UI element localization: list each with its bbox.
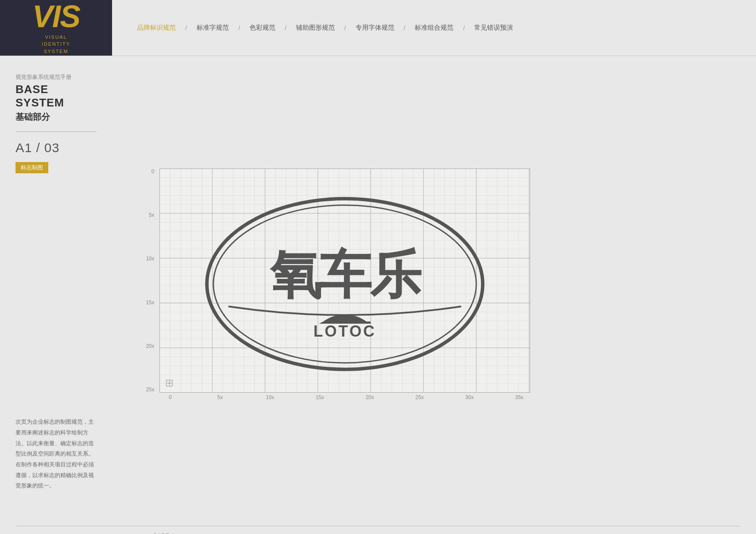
y-label-10: 10x <box>138 256 154 262</box>
main-content: 视觉形象系统规范手册 BASE SYSTEM 基础部分 A1 / 03 标志制图… <box>0 56 756 509</box>
svg-text:氧车乐: 氧车乐 <box>269 246 422 303</box>
main-nav: 品牌标识规范 / 标准字规范 / 色彩规范 / 辅助图形规范 / 专用字体规范 … <box>112 0 756 56</box>
grid-container: 25x 20x 15x 10x 5x 0 <box>138 169 530 400</box>
x-axis-labels: 0 5x 10x 15x 20x 25x 30x 35x <box>159 394 530 400</box>
nav-divider-3: / <box>283 25 288 31</box>
y-axis-labels: 25x 20x 15x 10x 5x 0 <box>138 169 154 393</box>
sidebar: 视觉形象系统规范手册 BASE SYSTEM 基础部分 A1 / 03 标志制图… <box>0 56 112 509</box>
y-label-25: 25x <box>138 387 154 393</box>
nav-divider-4: / <box>343 25 348 31</box>
footer-left: BRAND GUIDELINES 版权所有 © 2016 让您的价值无处不在 <box>16 532 128 534</box>
nav-item-shape[interactable]: 辅助图形规范 <box>288 24 343 32</box>
logo-subtitle: VISUAL IDENTITY SYSTEM <box>42 34 70 55</box>
sidebar-title-cn: 基础部分 <box>16 111 97 123</box>
nav-item-errors[interactable]: 常见错误预演 <box>466 24 521 32</box>
nav-item-combo[interactable]: 标准组合规范 <box>407 24 461 32</box>
sidebar-page-num: A1 / 03 <box>16 141 97 155</box>
sidebar-subtitle: 视觉形象系统规范手册 <box>16 73 97 81</box>
sidebar-divider <box>16 131 97 132</box>
part-label: PART A <box>153 532 175 534</box>
nav-item-font[interactable]: 标准字规范 <box>189 24 237 32</box>
logo-vis-text: VIS <box>32 1 80 32</box>
nav-divider-5: / <box>402 25 407 31</box>
header: VIS VISUAL IDENTITY SYSTEM 品牌标识规范 / 标准字规… <box>0 0 756 56</box>
x-label-10: 10x <box>259 394 281 400</box>
x-label-30: 30x <box>459 394 480 400</box>
nav-divider-6: / <box>461 25 466 31</box>
grid-area: 氧车乐 LOTOC <box>159 169 530 393</box>
content-area: 25x 20x 15x 10x 5x 0 <box>112 56 756 509</box>
sidebar-badge: 标志制图 <box>16 162 48 173</box>
y-label-0: 0 <box>138 169 154 175</box>
y-label-15: 15x <box>138 300 154 306</box>
x-label-0: 0 <box>159 394 181 400</box>
nav-divider-1: / <box>184 25 189 31</box>
sidebar-description: 次页为企业标志的制图规范，主要用来阐述标志的科学绘制方法。以此来衡量、确定标志的… <box>16 417 97 491</box>
nav-item-brand[interactable]: 品牌标识规范 <box>129 24 184 32</box>
sidebar-title-en: BASE SYSTEM <box>16 83 97 109</box>
x-label-35: 35x <box>509 394 530 400</box>
logo-grid-svg: 氧车乐 LOTOC <box>159 169 530 393</box>
x-label-5: 5x <box>209 394 231 400</box>
nav-item-typography[interactable]: 专用字体规范 <box>348 24 402 32</box>
nav-divider-2: / <box>237 25 242 31</box>
x-label-25: 25x <box>409 394 431 400</box>
svg-text:LOTOC: LOTOC <box>313 322 376 340</box>
nav-item-color[interactable]: 色彩规范 <box>242 24 283 32</box>
y-label-20: 20x <box>138 343 154 349</box>
y-label-5: 5x <box>138 212 154 218</box>
x-label-15: 15x <box>309 394 331 400</box>
brand-guidelines-text: BRAND GUIDELINES <box>16 532 128 534</box>
x-label-20: 20x <box>359 394 381 400</box>
logo-box: VIS VISUAL IDENTITY SYSTEM <box>0 0 112 56</box>
